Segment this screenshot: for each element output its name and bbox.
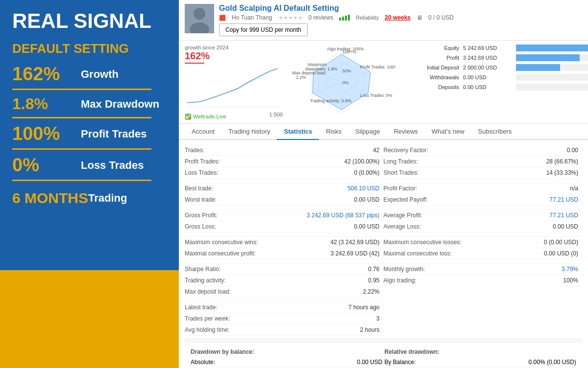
profit-value: 3 242.69 USD — [463, 55, 512, 61]
avg-holding-label: Avg holding time: — [185, 326, 230, 333]
loss-trades-stat-label: Loss Trades: — [185, 169, 219, 176]
stat-long-trades: Long Trades: 28 (66.67%) — [384, 156, 583, 167]
drawdown-by-balance-label: By Balance: — [385, 359, 416, 366]
profit-label: Profit — [405, 55, 459, 61]
stat-6months: 6 MONTHS Trading — [12, 190, 167, 207]
short-trades-label: Short Trades: — [384, 169, 419, 176]
growth-since-label: growth since 2024 — [185, 45, 283, 50]
tab-reviews[interactable]: Reviews — [387, 124, 425, 140]
tab-statistics[interactable]: Statistics — [277, 124, 319, 140]
tab-whats-new[interactable]: What's new — [425, 124, 471, 140]
drawdown-relative-col: Relative drawdown: By Balance: 0.00% (0.… — [385, 348, 577, 368]
stat-avg-holding: Avg holding time: 2 hours — [185, 324, 384, 336]
drawdown-absolute: Absolute: 0.00 USD — [191, 357, 383, 368]
avg-loss-label: Average Loss: — [384, 223, 421, 230]
tab-trading-history[interactable]: Trading history — [221, 124, 277, 140]
copy-button[interactable]: Copy for 999 USD per month — [219, 23, 308, 36]
default-setting-block: DEFAULT SETTING — [12, 41, 167, 56]
drawdown-by-balance-value: 0.00% (0.00 USD) — [529, 359, 576, 366]
equity-bar-bg — [516, 45, 588, 51]
balance-info: 0 / 0 USD — [428, 14, 454, 21]
real-signal-title: REAL SIGNAL — [12, 10, 167, 32]
stat-max-consec-loss: Maximal consecutive loss: 0.00 USD (0) — [384, 248, 583, 259]
right-panel: Gold Scalping AI Default Setting 🟥 Ho Tu… — [179, 0, 588, 368]
stat-profit-factor: Profit Factor: n/a — [384, 183, 583, 194]
gross-loss-label: Gross Loss: — [185, 223, 216, 230]
stat-label-loss: Loss Trades — [81, 159, 144, 172]
loss-trades-label: Loss Trades: 0% — [360, 93, 392, 98]
deposits-bar-bg — [516, 84, 588, 91]
svg-text:50%: 50% — [343, 69, 351, 73]
stat-100: 100% Profit Trades — [12, 123, 167, 144]
algo-trading-stat-label: Algo trading: — [384, 277, 416, 284]
rel-bar-4 — [348, 15, 350, 21]
drawdown-absolute-label: Absolute: — [191, 359, 215, 366]
expected-payoff-value: 77.21 USD — [549, 196, 578, 203]
tab-slippage[interactable]: Slippage — [348, 124, 387, 140]
trades-per-week-value: 3 — [376, 315, 380, 322]
stat-0: 0% Loss Trades — [12, 155, 167, 176]
loss-trades-stat-value: 0 (0.00%) — [354, 169, 379, 176]
svg-text:0%: 0% — [343, 80, 349, 85]
trading-activity-stat-label: Trading activity: — [185, 277, 226, 284]
stat-short-trades: Short Trades: 14 (33.33%) — [384, 167, 583, 179]
equity-row-profit: Profit 3 242.69 USD — [405, 54, 588, 61]
star-rating: ★★★★★ — [278, 15, 303, 21]
profit-trades-stat-label: Profit Trades: — [185, 158, 220, 165]
stat-trades: Trades: 42 — [185, 145, 384, 156]
reviews-count: 0 reviews — [309, 14, 334, 21]
stat-pct-0: 0% — [12, 155, 81, 176]
header-meta: 🟥 Ho Tuan Thang ★★★★★ 0 reviews Reliabil… — [219, 14, 582, 21]
short-trades-value: 14 (33.33%) — [546, 169, 578, 176]
stat-spacer-r2 — [384, 206, 583, 210]
stat-pct-18: 1.8% — [12, 95, 81, 113]
profit-bar-bg — [516, 54, 588, 61]
profit-factor-label: Profit Factor: — [384, 185, 417, 192]
stat-spacer3 — [185, 232, 384, 237]
equity-value: 5 242.69 USD — [463, 45, 512, 51]
tab-risks[interactable]: Risks — [319, 124, 348, 140]
equity-bars: Equity 5 242.69 USD Profit 3 242.69 USD … — [400, 45, 588, 119]
stat-pct-162: 162% — [12, 64, 81, 85]
gross-profit-label: Gross Profit: — [185, 212, 218, 219]
stat-spacer4 — [185, 259, 384, 264]
signal-title: Gold Scalping AI Default Setting — [219, 4, 582, 13]
stat-best-trade: Best trade: 506.10 USD — [185, 183, 384, 194]
flag-icon: 🟥 — [219, 15, 226, 21]
recovery-label: Recovery Factor: — [384, 147, 428, 154]
growth-chart: growth since 2024 162% ✅ Weltrade-Live 1… — [185, 45, 283, 119]
stat-gross-profit: Gross Profit: 3 242.69 USD (68 537 pips) — [185, 210, 384, 221]
line-chart-svg — [185, 64, 278, 108]
best-trade-label: Best trade: — [185, 185, 213, 192]
equity-label: Equity — [405, 45, 459, 51]
statistics-content: Trades: 42 Profit Trades: 42 (100.00%) L… — [179, 140, 588, 368]
consec-wins-value: 42 (3 242.69 USD) — [330, 239, 379, 246]
tab-subscribers[interactable]: Subscribers — [471, 124, 519, 140]
withdrawals-label: Withdrawals — [405, 74, 459, 80]
stat-latest-trade: Latest trade: 7 hours ago — [185, 302, 384, 313]
avatar — [185, 4, 214, 33]
balance-icon: 🖥 — [416, 14, 422, 21]
trading-activity-label: Trading activity: 0.9% — [310, 98, 352, 103]
stat-recovery: Recovery Factor: 0.00 — [384, 145, 583, 156]
rel-bar-3 — [345, 16, 347, 21]
drawdown-grid: Drawdown by balance: Absolute: 0.00 USD … — [191, 348, 576, 368]
worst-trade-value: 0.00 USD — [354, 196, 379, 203]
author-name: Ho Tuan Thang — [232, 14, 272, 21]
deposit-bar-bg — [516, 64, 588, 71]
stat-spacer2 — [185, 206, 384, 210]
trades-value: 42 — [373, 147, 379, 154]
rel-bar-2 — [342, 17, 344, 21]
latest-trade-value: 7 hours ago — [348, 304, 379, 311]
stat-spacer1 — [185, 179, 384, 183]
stat-pct-100: 100% — [12, 123, 81, 144]
broker-row: ✅ Weltrade-Live 1:500 — [185, 112, 283, 120]
max-consec-loss-label: Maximal consecutive loss: — [384, 250, 452, 257]
tab-account[interactable]: Account — [185, 124, 221, 140]
monthly-growth-label: Monthly growth: — [384, 266, 425, 273]
equity-row-withdrawals: Withdrawals 0.00 USD — [405, 74, 588, 81]
trades-per-week-label: Trades per week: — [185, 315, 230, 322]
drawdown-absolute-value: 0.00 USD — [357, 359, 382, 366]
max-deposit-stat-label: Max deposit load: — [185, 288, 231, 295]
avg-holding-value: 2 hours — [360, 326, 379, 333]
